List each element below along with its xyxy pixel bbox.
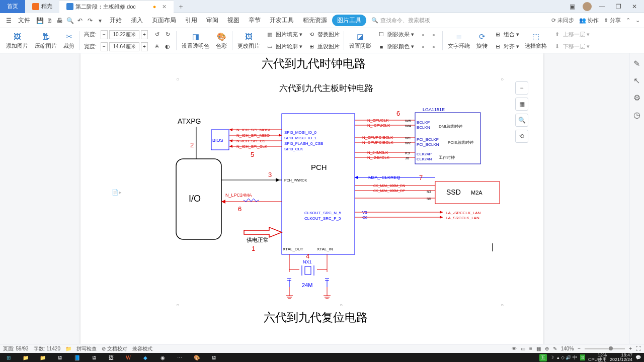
save-icon[interactable]: 💾 <box>35 16 44 25</box>
tool-wrap[interactable]: ≣文字环绕 <box>445 32 473 50</box>
menu-file[interactable]: 文件 <box>14 15 34 26</box>
redo-icon[interactable]: ↷ <box>86 16 95 25</box>
contrast-icon[interactable]: ◐ <box>163 43 172 51</box>
zoom-in-button[interactable]: + <box>629 346 632 351</box>
nudge-dn-icon[interactable]: ▫ <box>419 43 428 51</box>
tool-reset-pic[interactable]: ⊞重设图片 <box>307 41 340 52</box>
rotate-left-icon[interactable]: ↺ <box>152 31 162 39</box>
height-inc[interactable]: + <box>141 30 148 39</box>
width-input[interactable]: 14.64厘米 <box>109 42 139 51</box>
preview-icon[interactable]: 🔍 <box>65 16 74 25</box>
view-outline-icon[interactable]: ≡ <box>529 346 532 351</box>
nudge-l-icon[interactable]: ▫ <box>429 43 438 51</box>
undo-icon[interactable]: ↶ <box>75 16 85 25</box>
menu-expand[interactable]: ⌄ <box>635 17 640 24</box>
tool-rotate[interactable]: ⟳旋转 <box>473 32 491 50</box>
cpu-meter[interactable]: 12%CPU使用 <box>588 353 607 362</box>
task-folder2[interactable]: 📁 <box>34 353 51 362</box>
rotate-right-icon[interactable]: ↻ <box>163 31 172 39</box>
menu-layout[interactable]: 页面布局 <box>148 15 180 26</box>
view-pen-icon[interactable]: ✎ <box>553 346 557 351</box>
side-clock-icon[interactable]: ◷ <box>632 110 642 120</box>
brightness-icon[interactable]: ☀ <box>152 43 162 51</box>
close-button[interactable]: ✕ <box>629 2 640 11</box>
saveas-icon[interactable]: 🗎 <box>45 16 54 25</box>
tab-close-icon[interactable]: ✕ <box>162 4 167 10</box>
nudge-up-icon[interactable]: ▫ <box>419 31 428 39</box>
tool-up-layer[interactable]: ⬆上移一层 ▾ <box>552 29 590 40</box>
tab-document[interactable]: 第二阶段：主板维修.doc●✕ <box>59 0 174 13</box>
tool-combine[interactable]: ⊞组合 ▾ <box>493 29 519 40</box>
menu-more[interactable]: ⌃ <box>626 17 630 24</box>
command-search[interactable]: 🔍 查找命令、搜索模板 <box>371 17 430 24</box>
menu-ref[interactable]: 引用 <box>181 15 201 26</box>
float-layout-icon[interactable]: ▦ <box>515 98 528 111</box>
start-button[interactable]: ⊞ <box>0 353 17 362</box>
float-crop-icon[interactable]: ⟲ <box>515 130 528 143</box>
zoom-value[interactable]: 140% <box>561 346 574 351</box>
menu-insert[interactable]: 插入 <box>127 15 147 26</box>
clock[interactable]: 18:472021/12/24 <box>610 353 632 362</box>
maximize-button[interactable]: ❐ <box>613 2 624 11</box>
zoom-slider[interactable] <box>585 348 625 349</box>
menu-start[interactable]: 开始 <box>106 15 126 26</box>
width-inc[interactable]: + <box>141 42 148 51</box>
task-app7[interactable]: ⋯ <box>171 353 188 362</box>
tool-crop[interactable]: ✂裁剪 <box>60 32 77 50</box>
task-app5[interactable]: ◆ <box>137 353 154 362</box>
layout-icon[interactable]: ▣ <box>567 2 578 11</box>
tool-replace-pic[interactable]: ⟲替换图片 <box>307 29 340 40</box>
task-app4[interactable]: 🖼 <box>103 353 120 362</box>
side-cursor-icon[interactable]: ↖ <box>632 75 642 85</box>
tool-select-pane[interactable]: ⬚选择窗格 <box>522 32 550 50</box>
avatar[interactable] <box>583 2 592 11</box>
dropdown-icon[interactable]: ▾ <box>96 16 105 25</box>
height-input[interactable]: 10.22厘米 <box>109 30 139 39</box>
tool-transparency[interactable]: ◨设置透明色 <box>179 32 212 50</box>
tab-home[interactable]: 首页 <box>0 0 25 13</box>
status-spell[interactable]: 拼写检查 <box>76 345 97 352</box>
task-app6[interactable]: ◉ <box>154 353 171 362</box>
tool-img-fill[interactable]: ▨图片填充 ▾ <box>265 29 302 40</box>
notifications-icon[interactable]: 💬 <box>635 355 641 360</box>
tool-add-image[interactable]: 🖼添加图片 <box>3 32 31 50</box>
coop-button[interactable]: 👥 协作 <box>579 17 599 24</box>
schematic-image[interactable]: I/O ATXPG BIOS PCH PCH_PWROK N_ICH_SPI_M… <box>80 88 533 305</box>
tray-s-icon[interactable]: S <box>580 354 585 360</box>
print-icon[interactable]: 🖶 <box>55 16 64 25</box>
view-eye-icon[interactable]: 👁 <box>512 346 517 351</box>
ime-indicator[interactable]: 五 <box>539 354 547 361</box>
menu-view[interactable]: 视图 <box>223 15 244 26</box>
width-dec[interactable]: − <box>101 42 108 51</box>
sync-status[interactable]: ⟳ 未同步 <box>551 17 574 24</box>
tool-shadow-effect[interactable]: ☐阴影效果 ▾ <box>377 29 414 40</box>
minimize-button[interactable]: — <box>597 2 608 11</box>
tool-down-layer[interactable]: ⬇下移一层 ▾ <box>552 41 590 52</box>
task-app2[interactable]: 📘 <box>68 353 86 362</box>
tray-moon-icon[interactable]: ☽ <box>550 355 554 360</box>
menu-review[interactable]: 审阅 <box>202 15 222 26</box>
tool-shadow-color[interactable]: ■阴影颜色 ▾ <box>377 41 414 52</box>
new-tab-button[interactable]: + <box>174 3 188 11</box>
view-print-icon[interactable]: ▭ <box>521 346 525 351</box>
menu-section[interactable]: 章节 <box>245 15 265 26</box>
task-wps[interactable]: W <box>120 353 137 362</box>
status-compat[interactable]: 兼容模式 <box>132 345 152 352</box>
tool-change-pic[interactable]: 🖼更改图片 <box>234 32 263 50</box>
status-words[interactable]: 字数: 11420 <box>34 345 60 352</box>
float-minus-icon[interactable]: − <box>515 81 528 95</box>
task-app1[interactable]: 🖥 <box>51 353 68 362</box>
share-button[interactable]: ⇪ 分享 <box>604 17 621 24</box>
height-dec[interactable]: − <box>101 30 108 39</box>
tool-recolor[interactable]: 🎨色彩 <box>213 32 230 50</box>
nudge-r-icon[interactable]: ▫ <box>429 31 438 39</box>
zoom-out-button[interactable]: − <box>578 346 581 351</box>
task-app3[interactable]: 🖥 <box>86 353 103 362</box>
tray-icons[interactable]: ▴ ◇ 🔊 中 <box>557 354 577 361</box>
status-folder-icon[interactable]: 📁 <box>65 346 71 351</box>
side-pencil-icon[interactable]: ✎ <box>632 58 642 68</box>
side-gear-icon[interactable]: ⚙ <box>632 93 642 103</box>
menu-dev[interactable]: 开发工具 <box>266 15 298 26</box>
fullscreen-icon[interactable]: ⛶ <box>636 346 641 351</box>
task-app8[interactable]: 🎨 <box>188 353 205 362</box>
